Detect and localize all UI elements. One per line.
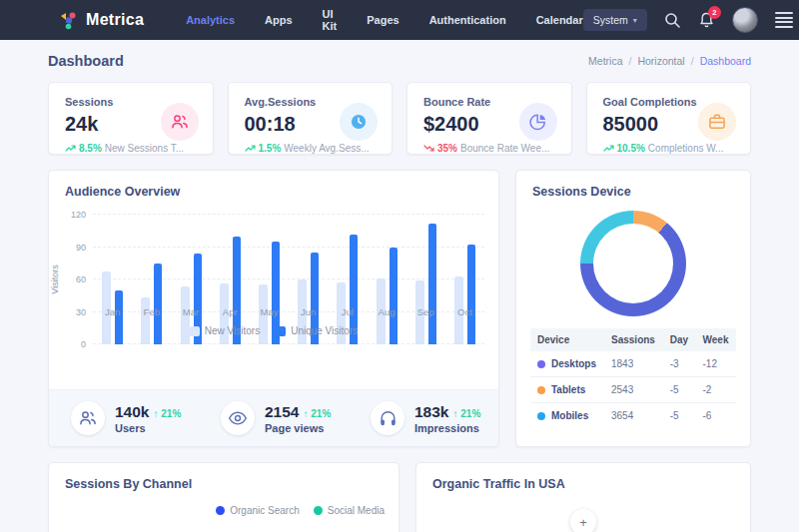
- sessions-by-channel-title: Sessions By Channel: [49, 463, 399, 491]
- audience-stat-percent: ↑ 21%: [303, 408, 331, 419]
- legend-swatch: [190, 326, 200, 336]
- device-color-dot: [537, 412, 545, 420]
- channel-legend: Organic SearchSocial Media: [49, 491, 399, 516]
- bar-new-visitors[interactable]: [141, 297, 150, 344]
- y-tick-label: 60: [76, 274, 86, 284]
- audience-stats-strip: 140k↑ 21%Users2154↑ 21%Page views183k↑ 2…: [49, 389, 498, 446]
- legend-label: New Visitors: [205, 325, 260, 336]
- device-table-col-week: Week: [696, 328, 737, 351]
- users-icon-wrap: [161, 103, 199, 141]
- stat-card-goal-completions: Goal Completions8500010.5%Completions W.…: [586, 82, 752, 155]
- x-tick-label: Jul: [328, 306, 367, 317]
- bar-chart-legend: New VisitorsUnique Visitors: [49, 325, 498, 336]
- x-tick-label: Sep: [406, 306, 445, 317]
- users-icon: [78, 408, 98, 428]
- nav-item-analytics[interactable]: Analytics: [186, 14, 235, 26]
- metrica-logo-icon: [60, 11, 79, 30]
- x-tick-label: May: [250, 306, 289, 317]
- week-cell: -2: [696, 377, 737, 403]
- stat-cards-row: Sessions24k8.5%New Sessions T...Avg.Sess…: [0, 82, 799, 155]
- audience-overview-card: Audience Overview Visitors 0306090120 Ja…: [48, 170, 499, 447]
- x-tick-label: Jan: [93, 306, 132, 317]
- nav-item-pages[interactable]: Pages: [367, 14, 399, 26]
- page-header: Dashboard Metrica/Horizontal/Dashboard: [0, 40, 799, 82]
- table-row-tablets: Tablets2543-5-2: [530, 377, 736, 403]
- notification-badge: 2: [708, 6, 721, 19]
- breadcrumb-item[interactable]: Metrica: [588, 55, 622, 67]
- x-tick-label: Feb: [132, 306, 171, 317]
- audience-stat-label: Users: [115, 422, 181, 434]
- table-row-mobiles: Mobiles3654-5-6: [530, 403, 736, 429]
- audience-stat-impressions: 183k↑ 21%Impressions: [349, 390, 498, 446]
- device-table-header: DeviceSassionsDayWeek: [530, 328, 736, 351]
- device-color-dot: [537, 360, 545, 368]
- audience-stat-value: 140k: [115, 403, 149, 421]
- x-tick-label: Mar: [171, 306, 210, 317]
- system-dropdown[interactable]: System ▾: [583, 9, 647, 31]
- device-cell: Desktops: [530, 351, 604, 377]
- sessions-device-donut-chart: [580, 211, 686, 316]
- stat-card-footnote: 8.5%New Sessions T...: [65, 143, 197, 154]
- device-table: DeviceSassionsDayWeek Desktops1843-3-12T…: [530, 328, 736, 428]
- sassions-cell: 2543: [604, 377, 663, 403]
- search-icon: [664, 12, 681, 29]
- audience-stat-label: Page views: [265, 422, 331, 434]
- nav-item-apps[interactable]: Apps: [265, 14, 293, 26]
- table-row-desktops: Desktops1843-3-12: [530, 351, 736, 377]
- notifications-button[interactable]: 2: [698, 11, 715, 29]
- map-zoom-in-button[interactable]: +: [570, 509, 596, 532]
- eye-icon: [228, 409, 248, 427]
- nav-item-ui-kit[interactable]: UI Kit: [323, 8, 338, 32]
- week-cell: -12: [696, 351, 737, 377]
- sassions-cell: 1843: [604, 351, 663, 377]
- breadcrumb-item[interactable]: Horizontal: [637, 55, 684, 67]
- clock-icon: [349, 112, 369, 132]
- day-cell: -3: [663, 351, 696, 377]
- menu-toggle-icon[interactable]: [775, 12, 793, 28]
- headphones-icon-circle: [371, 401, 404, 435]
- donut-hole: [593, 224, 673, 303]
- device-table-col-device: Device: [530, 328, 604, 351]
- nav-item-calendar[interactable]: Calendar: [536, 14, 583, 26]
- y-tick-label: 30: [76, 307, 86, 317]
- audience-stat-users: 140k↑ 21%Users: [49, 390, 199, 446]
- clock-icon-wrap: [340, 103, 378, 141]
- navbar-actions: System ▾ 2: [583, 7, 793, 33]
- device-table-col-sassions: Sassions: [604, 328, 663, 351]
- briefcase-icon-wrap: [698, 103, 736, 141]
- audience-stat-text: 183k↑ 21%Impressions: [414, 403, 480, 434]
- eye-icon-circle: [221, 401, 255, 435]
- legend-label: Organic Search: [230, 505, 299, 516]
- audience-stat-label: Impressions: [414, 422, 480, 434]
- device-name: Mobiles: [537, 410, 597, 421]
- y-tick-label: 120: [71, 210, 86, 220]
- user-avatar[interactable]: [732, 7, 758, 33]
- organic-traffic-card: Organic Traffic In USA +: [415, 462, 751, 532]
- breadcrumb-item-active: Dashboard: [700, 55, 751, 67]
- audience-stat-value-row: 183k↑ 21%: [414, 403, 480, 421]
- stat-card-note: Weekly Avg.Sess...: [284, 143, 369, 154]
- x-tick-label: Apr: [211, 306, 250, 317]
- nav-item-authentication[interactable]: Authentication: [429, 14, 506, 26]
- search-button[interactable]: [664, 12, 681, 29]
- y-tick-label: 0: [81, 339, 86, 349]
- users-icon: [170, 112, 190, 132]
- trend-down-icon: [423, 144, 434, 153]
- x-tick-label: Aug: [367, 306, 405, 317]
- stat-card-note: Bounce Rate Wee...: [460, 143, 549, 154]
- y-tick-label: 90: [76, 243, 86, 253]
- audience-stat-value: 2154: [265, 403, 299, 421]
- x-tick-label: Oct: [445, 306, 484, 317]
- main-content-row: Audience Overview Visitors 0306090120 Ja…: [0, 170, 799, 447]
- audience-stat-value-row: 2154↑ 21%: [265, 403, 331, 421]
- audience-stat-percent: ↑ 21%: [452, 408, 480, 419]
- users-icon-circle: [71, 401, 105, 435]
- legend-dot: [216, 506, 225, 515]
- sassions-cell: 3654: [604, 403, 663, 429]
- briefcase-icon: [707, 112, 727, 132]
- stat-card-sessions: Sessions24k8.5%New Sessions T...: [48, 82, 214, 155]
- stat-card-footnote: 35%Bounce Rate Wee...: [423, 143, 555, 154]
- top-navbar: Metrica AnalyticsAppsUI KitPagesAuthenti…: [0, 0, 799, 40]
- brand-logo[interactable]: Metrica: [60, 11, 144, 30]
- trend-up-icon: [603, 144, 614, 153]
